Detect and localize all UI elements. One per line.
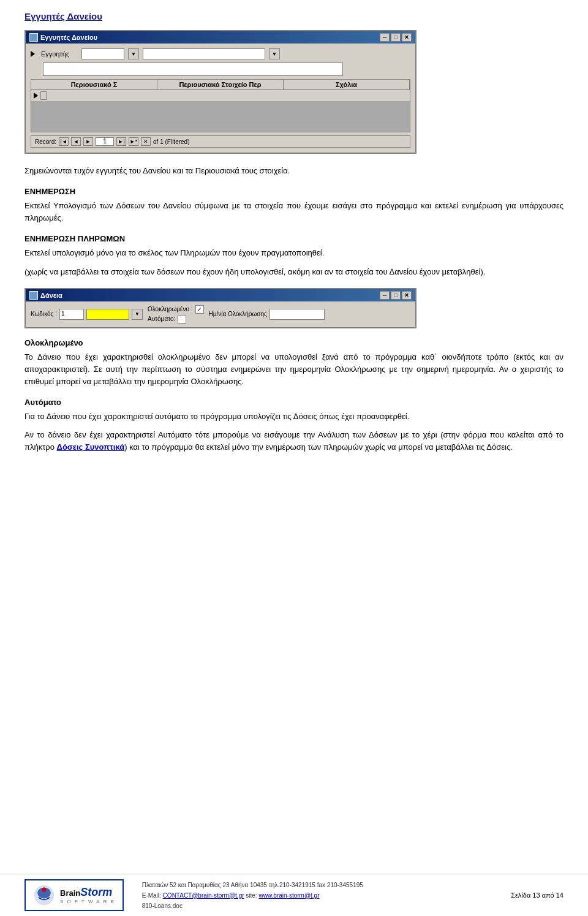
section-update-body: Εκτελεί Υπολογισμό των Δόσεων του Δανείο…: [24, 200, 564, 224]
footer-logo: BrainStorm S O F T W A R E: [24, 879, 124, 911]
footer-doc-row: 810-Loans.doc: [142, 901, 363, 911]
description-input[interactable]: [43, 62, 343, 76]
code-dropdown-btn[interactable]: ▼: [132, 309, 143, 320]
guarantor-row: Εγγυητής ▼ ▼: [31, 48, 410, 59]
auto-checkbox[interactable]: [178, 315, 186, 324]
table-header-row: Περιουσιακό Σ Περιουσιακό Στοιχείο Περ Σ…: [31, 80, 410, 90]
close-button[interactable]: ✕: [402, 33, 412, 42]
footer-email-label: E-Mail:: [142, 892, 163, 899]
loans-close-button[interactable]: ✕: [402, 291, 412, 300]
footer-info: Πλαταιών 52 και Παραμυθίας 23 Αθήνα 1043…: [142, 880, 363, 911]
date-input[interactable]: [270, 309, 325, 320]
footer-site-link[interactable]: www.brain-storm@t.gr: [258, 892, 319, 899]
minimize-button[interactable]: ─: [380, 33, 390, 42]
code-input[interactable]: 1: [59, 309, 84, 320]
code-value: 1: [61, 311, 65, 317]
page-container: Εγγυητές Δανείου Εγγυητές Δανείου ─ □ ✕ …: [0, 0, 588, 916]
loans-titlebar-controls[interactable]: ─ □ ✕: [380, 291, 412, 300]
svg-point-2: [42, 887, 46, 891]
section-auto-body2: Αν το δάνειο δεν έχει χαρακτηριστεί Αυτό…: [24, 429, 564, 453]
section-auto-title: Αυτόματο: [24, 398, 564, 407]
logo-text: BrainStorm S O F T W A R E: [60, 886, 115, 904]
nav-first-btn[interactable]: |◄: [59, 137, 69, 146]
loans-minimize-button[interactable]: ─: [380, 291, 390, 300]
guarantor-name-input[interactable]: [143, 48, 265, 59]
description-row: [31, 62, 410, 76]
code-label: Κωδικός :: [31, 311, 57, 317]
nav-bar: Record: |◄ ◄ ► 1 ►| ►* ✕ of 1 (Filtered): [31, 135, 410, 148]
dialog-title: Εγγυητές Δανείου: [40, 34, 97, 41]
footer: BrainStorm S O F T W A R E Πλαταιών 52 κ…: [0, 874, 588, 916]
logo-storm: Storm: [80, 886, 112, 898]
nav-del-btn[interactable]: ✕: [141, 137, 151, 146]
footer-email-link[interactable]: CONTACT@brain-storm@t.gr: [163, 892, 244, 899]
guarantor-label: Εγγυητής: [41, 50, 78, 58]
titlebar-controls[interactable]: ─ □ ✕: [380, 33, 412, 42]
guarantor-name-dropdown-btn[interactable]: ▼: [269, 48, 280, 59]
loans-titlebar-left: Δάνεια: [29, 291, 62, 300]
footer-site-label: site:: [246, 892, 258, 899]
logo-sub: S O F T W A R E: [60, 899, 115, 904]
maximize-button[interactable]: □: [391, 33, 401, 42]
logo-brain: Brain: [60, 888, 80, 898]
guarantor-dropdown-btn[interactable]: ▼: [128, 48, 139, 59]
nav-label: Record:: [35, 138, 56, 145]
dialog-loans-body: Κωδικός : 1 ▼ Ολοκληρωμένο : ✓ Αυτόματο:: [26, 301, 415, 327]
dialog-guarantors-body: Εγγυητής ▼ ▼ Περιουσιακό Σ Περιουσιακό Σ…: [26, 44, 415, 153]
guarantor-input[interactable]: [81, 48, 124, 59]
col-property-s: Περιουσιακό Σ: [31, 80, 157, 89]
loans-dialog-title: Δάνεια: [40, 292, 62, 299]
nav-of-text: of 1 (Filtered): [153, 138, 189, 145]
table-row-arrow-icon: [34, 93, 38, 99]
auto-label: Αυτόματο:: [148, 316, 175, 322]
col-notes: Σχόλια: [284, 80, 410, 89]
col-property-per: Περιουσιακό Στοιχείο Περ: [157, 80, 284, 89]
dialog-loans: Δάνεια ─ □ ✕ Κωδικός : 1 ▼ Ολοκληρωμέν: [24, 288, 417, 328]
row-arrow-icon: [31, 51, 35, 57]
nav-current-input[interactable]: 1: [96, 137, 114, 146]
nav-new-btn[interactable]: ►*: [129, 137, 138, 146]
loans-dialog-icon: [29, 291, 38, 300]
section-payments-body2: (χωρίς να μεταβάλλει τα στοιχεία των δόσ…: [24, 266, 564, 278]
nav-prev-btn[interactable]: ◄: [71, 137, 81, 146]
nav-next-btn[interactable]: ►: [83, 137, 93, 146]
section-payments-title: ΕΝΗΜΕΡΩΣΗ ΠΛΗΡΩΜΩΝ: [24, 234, 564, 243]
page-heading: Εγγυητές Δανείου: [24, 11, 564, 21]
section-completed-title: Ολοκληρωμένο: [24, 338, 564, 347]
logo-brainstorm: BrainStorm: [60, 886, 115, 899]
section-update-title: ΕΝΗΜΕΡΩΣΗ: [24, 187, 564, 196]
page-info-text: Σελίδα 13 από 14: [511, 891, 564, 899]
auto-field-group: Αυτόματο:: [148, 315, 204, 324]
dialog-icon: [29, 33, 38, 42]
section-completed-body: Το Δάνειο που έχει χαρακτηρισθεί ολοκληρ…: [24, 351, 564, 388]
footer-page-info: Σελίδα 13 από 14: [511, 891, 564, 899]
titlebar-left: Εγγυητές Δανείου: [29, 33, 97, 42]
date-label: Ημ/νία Ολοκλήρωσης: [209, 311, 267, 317]
brainstorm-logo-icon: [33, 884, 55, 906]
date-field-group: Ημ/νία Ολοκλήρωσης: [209, 309, 325, 320]
auto-body2-after: ) και το πρόγραμμα θα εκτελεί μόνο την ε…: [124, 442, 513, 452]
code-field-group: Κωδικός : 1 ▼: [31, 309, 143, 320]
loans-maximize-button[interactable]: □: [391, 291, 401, 300]
table-nav-btn[interactable]: [40, 91, 47, 100]
completed-auto-group: Ολοκληρωμένο : ✓ Αυτόματο:: [148, 305, 204, 324]
nav-last-btn[interactable]: ►|: [116, 137, 126, 146]
property-table: Περιουσιακό Σ Περιουσιακό Στοιχείο Περ Σ…: [31, 79, 410, 132]
table-body: [31, 101, 410, 132]
section-auto-body1: Για το Δάνειο που έχει χαρακτηριστεί αυτ…: [24, 411, 564, 423]
footer-doc-name: 810-Loans.doc: [142, 903, 183, 909]
section-payments-body1: Εκτελεί υπολογισμό μόνο για το σκέλος τω…: [24, 247, 564, 259]
completed-checkbox[interactable]: ✓: [195, 305, 204, 314]
completed-label: Ολοκληρωμένο :: [148, 306, 193, 312]
dialog-guarantors-titlebar: Εγγυητές Δανείου ─ □ ✕: [26, 31, 415, 44]
footer-address: Πλαταιών 52 και Παραμυθίας 23 Αθήνα 1043…: [142, 880, 363, 890]
intro-text: Σημειώνονται τυχόν εγγυητές του Δανείου …: [24, 165, 564, 177]
dialog-loans-titlebar: Δάνεια ─ □ ✕: [26, 289, 415, 301]
dialog-guarantors: Εγγυητές Δανείου ─ □ ✕ Εγγυητής ▼ ▼: [24, 30, 417, 154]
completed-field-group: Ολοκληρωμένο : ✓: [148, 305, 204, 314]
footer-email-row: E-Mail: CONTACT@brain-storm@t.gr site: w…: [142, 890, 363, 901]
auto-body2-link[interactable]: Δόσεις Συνοπτικά: [57, 442, 125, 452]
code-yellow-input[interactable]: [86, 309, 129, 320]
